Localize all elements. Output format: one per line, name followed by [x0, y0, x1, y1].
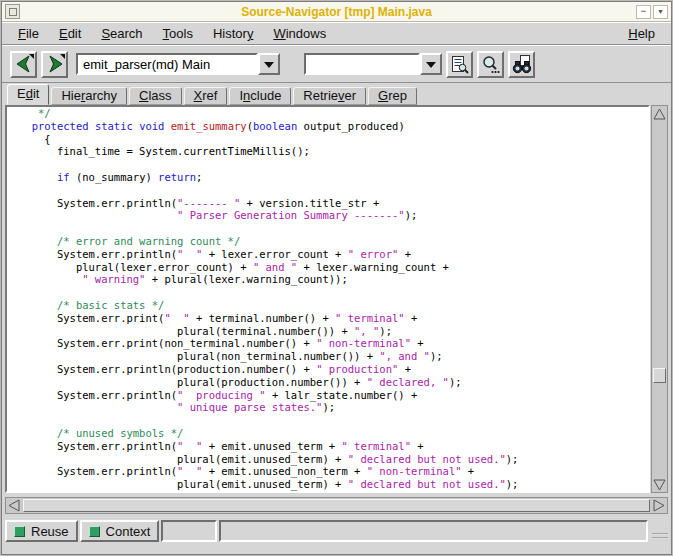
code-line: plural(terminal.number()) + ", ");: [19, 325, 648, 338]
context-label: Context: [106, 524, 151, 539]
tab-xref[interactable]: Xref: [184, 87, 228, 105]
triangle-up-icon: [653, 108, 666, 120]
code-line: " unique parse states.");: [19, 401, 648, 414]
status-panel-large: [219, 520, 648, 542]
menubar-left: FileEditSearchToolsHistoryWindows: [10, 24, 334, 43]
tabbar: EditHierarchyClassXrefIncludeRetrieverGr…: [2, 83, 671, 105]
reuse-indicator-icon: [14, 526, 25, 537]
window-controls: − ▼: [636, 5, 668, 19]
window-title: Source-Navigator [tmp] Main.java: [2, 5, 671, 19]
code-line: plural(lexer.error_count) + " and " + le…: [19, 261, 648, 274]
tab-retriever[interactable]: Retriever: [293, 87, 366, 105]
chevron-down-icon: [426, 62, 436, 73]
menubar: FileEditSearchToolsHistoryWindows Help: [2, 22, 671, 45]
vertical-scrollbar-thumb[interactable]: [653, 368, 666, 383]
toolbar: [2, 45, 671, 83]
context-indicator-icon: [89, 526, 100, 537]
code-line: plural(production.number()) + " declared…: [19, 376, 648, 389]
code-line: /* basic stats */: [19, 299, 648, 312]
code-line: plural(non_terminal.number()) + ", and "…: [19, 350, 648, 363]
code-line: System.err.println("------- " + version.…: [19, 197, 648, 210]
scroll-down-button[interactable]: [652, 477, 667, 492]
code-line: final_time = System.currentTimeMillis();: [19, 145, 648, 158]
code-line: System.err.println(" producing " + lalr_…: [19, 389, 648, 402]
search-combo-input[interactable]: [304, 53, 420, 75]
code-line: plural(emit.unused_term) + " declared bu…: [19, 453, 648, 466]
window-menu-icon: [9, 8, 17, 16]
green-left-arrow-icon: [12, 52, 35, 76]
code-editor[interactable]: */ protected static void emit_summary(bo…: [5, 105, 650, 493]
shade-icon: ▼: [657, 8, 664, 15]
menu-item-windows[interactable]: Windows: [265, 24, 334, 43]
menu-item-edit[interactable]: Edit: [51, 24, 89, 43]
context-button[interactable]: Context: [80, 520, 160, 542]
triangle-down-icon: [653, 479, 666, 491]
code-line: plural(emit.unused_term) + " declared bu…: [19, 478, 648, 491]
code-line: System.err.println(production.number() +…: [19, 363, 648, 376]
horizontal-scrollbar-thumb[interactable]: [23, 499, 650, 512]
code-line: /* error and warning count */: [19, 235, 648, 248]
code-line: [19, 158, 648, 171]
resize-grip[interactable]: [652, 520, 668, 542]
tab-hierarchy[interactable]: Hierarchy: [51, 87, 127, 105]
code-content: */ protected static void emit_summary(bo…: [7, 107, 648, 491]
code-line: protected static void emit_summary(boole…: [19, 120, 648, 133]
vertical-scrollbar[interactable]: [651, 105, 668, 493]
menu-item-file[interactable]: File: [10, 24, 47, 43]
code-line: /* unused symbols */: [19, 427, 648, 440]
magnifier-ellipsis-icon: [480, 54, 501, 75]
menu-item-tools[interactable]: Tools: [155, 24, 201, 43]
chevron-down-icon: [264, 62, 274, 73]
retriever-button[interactable]: [508, 51, 535, 78]
horizontal-scrollbar[interactable]: [5, 497, 668, 514]
menubar-right: Help: [620, 24, 663, 43]
search-button[interactable]: [477, 51, 504, 78]
search-combo-dropdown-button[interactable]: [420, 53, 442, 75]
triangle-right-icon: [653, 499, 665, 512]
scroll-right-button[interactable]: [651, 498, 667, 513]
back-button[interactable]: [10, 51, 37, 78]
statusbar: Reuse Context: [5, 520, 668, 542]
code-line: if (no_summary) return;: [19, 171, 648, 184]
code-line: System.err.print(" " + terminal.number()…: [19, 312, 648, 325]
shade-button[interactable]: ▼: [653, 5, 668, 19]
code-line: " warning" + plural(lexer.warning_count)…: [19, 273, 648, 286]
menu-item-search[interactable]: Search: [93, 24, 150, 43]
minimize-button[interactable]: −: [636, 5, 651, 19]
window-menu-button[interactable]: [5, 4, 20, 19]
symbol-combo-dropdown-button[interactable]: [258, 53, 280, 75]
tab-edit[interactable]: Edit: [7, 84, 49, 105]
menu-item-help[interactable]: Help: [620, 24, 663, 43]
code-line: System.err.print(non_terminal.number() +…: [19, 337, 648, 350]
code-line: System.err.println(" " + emit.unused_non…: [19, 465, 648, 478]
code-line: System.err.println(" " + lexer.error_cou…: [19, 248, 648, 261]
menu-item-history[interactable]: History: [205, 24, 261, 43]
tab-include[interactable]: Include: [229, 87, 291, 105]
tab-grep[interactable]: Grep: [368, 87, 417, 105]
code-line: System.err.println(" " + emit.unused_ter…: [19, 440, 648, 453]
symbol-combo-input[interactable]: [76, 53, 258, 75]
editor-region: */ protected static void emit_summary(bo…: [5, 105, 668, 493]
code-line: " Parser Generation Summary -------");: [19, 209, 648, 222]
document-magnifier-icon: [449, 54, 470, 75]
scroll-up-button[interactable]: [652, 106, 667, 121]
code-line: [19, 222, 648, 235]
triangle-left-icon: [8, 499, 20, 512]
titlebar: Source-Navigator [tmp] Main.java − ▼: [2, 2, 671, 22]
scroll-left-button[interactable]: [6, 498, 22, 513]
minimize-icon: −: [641, 7, 646, 16]
code-line: [19, 286, 648, 299]
code-line: [19, 414, 648, 427]
tab-class[interactable]: Class: [129, 87, 182, 105]
code-line: {: [19, 133, 648, 146]
status-panel-small: [161, 520, 217, 542]
editor-button[interactable]: [446, 51, 473, 78]
code-line: [19, 184, 648, 197]
forward-button[interactable]: [41, 51, 68, 78]
code-line: */: [19, 107, 648, 120]
app-window: Source-Navigator [tmp] Main.java − ▼ Fil…: [1, 1, 672, 555]
green-right-arrow-icon: [43, 52, 66, 76]
reuse-label: Reuse: [31, 524, 69, 539]
binoculars-document-icon: [511, 54, 532, 75]
reuse-button[interactable]: Reuse: [5, 520, 78, 542]
